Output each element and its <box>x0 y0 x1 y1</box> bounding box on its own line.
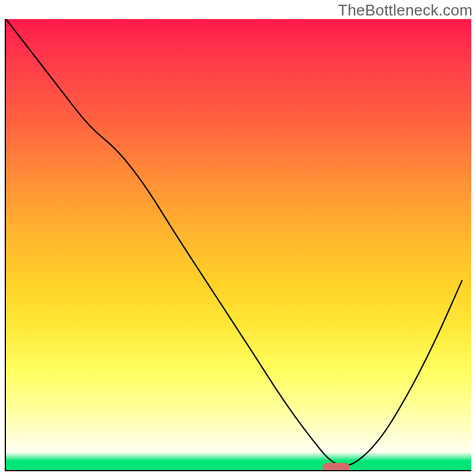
plot-frame <box>5 19 471 471</box>
watermark-text: TheBottleneck.com <box>338 1 472 20</box>
chart-container: TheBottleneck.com <box>0 0 476 476</box>
bottleneck-curve <box>6 19 471 470</box>
optimal-point-marker <box>322 463 350 471</box>
